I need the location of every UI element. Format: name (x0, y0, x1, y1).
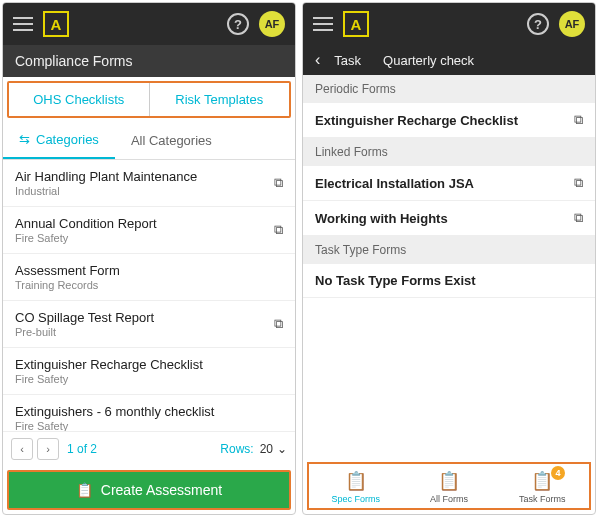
section-header: Task Type Forms (303, 236, 595, 264)
item-sub: Fire Safety (15, 373, 283, 385)
section-header: Linked Forms (303, 138, 595, 166)
item-sub: Training Records (15, 279, 283, 291)
clipboard-icon: 📋 (76, 482, 93, 498)
list-item[interactable]: CO Spillage Test ReportPre-built⧉ (3, 301, 295, 348)
nav-item[interactable]: 📋All Forms (402, 470, 495, 504)
item-title: CO Spillage Test Report (15, 310, 274, 325)
list-item[interactable]: Extinguisher Recharge ChecklistFire Safe… (3, 348, 295, 395)
topbar: A ? AF (3, 3, 295, 45)
list-item[interactable]: Working with Heights⧉ (303, 201, 595, 236)
chevron-down-icon: ⌄ (277, 442, 287, 456)
tab-risk-templates[interactable]: Risk Templates (150, 83, 290, 116)
prev-page-button[interactable]: ‹ (11, 438, 33, 460)
left-phone: A ? AF Compliance Forms OHS Checklists R… (2, 2, 296, 515)
item-title: Extinguishers - 6 monthly checklist (15, 404, 283, 419)
rows-select[interactable]: 20 ⌄ (260, 442, 287, 456)
help-icon[interactable]: ? (527, 13, 549, 35)
create-assessment-button[interactable]: 📋 Create Assessment (7, 470, 291, 510)
item-title: Annual Condition Report (15, 216, 274, 231)
forms-list: Air Handling Plant MaintenanceIndustrial… (3, 160, 295, 431)
nav-label: All Forms (430, 494, 468, 504)
task-forms-content: Periodic FormsExtinguisher Recharge Chec… (303, 75, 595, 458)
avatar[interactable]: AF (559, 11, 585, 37)
help-icon[interactable]: ? (227, 13, 249, 35)
nav-item[interactable]: 📋Task Forms4 (496, 470, 589, 504)
pager: ‹ › 1 of 2 Rows: 20 ⌄ (3, 431, 295, 466)
item-title: Electrical Installation JSA (315, 176, 474, 191)
list-item[interactable]: Assessment FormTraining Records (3, 254, 295, 301)
list-item[interactable]: Electrical Installation JSA⧉ (303, 166, 595, 201)
open-icon[interactable]: ⧉ (574, 210, 583, 226)
menu-icon[interactable] (13, 17, 33, 31)
section-header: Periodic Forms (303, 75, 595, 103)
nav-label: Task Forms (519, 494, 566, 504)
rows-label: Rows: (220, 442, 253, 456)
page-title: Compliance Forms (3, 45, 295, 77)
app-logo: A (43, 11, 69, 37)
item-title: Air Handling Plant Maintenance (15, 169, 274, 184)
clipboard-icon: 📋 (345, 470, 367, 492)
bottom-nav: 📋Spec Forms📋All Forms📋Task Forms4 (307, 462, 591, 510)
back-icon[interactable]: ‹ (315, 51, 320, 69)
item-title: Extinguisher Recharge Checklist (15, 357, 283, 372)
nav-label: Spec Forms (331, 494, 380, 504)
next-page-button[interactable]: › (37, 438, 59, 460)
open-icon[interactable]: ⧉ (274, 175, 283, 191)
list-item[interactable]: Annual Condition ReportFire Safety⧉ (3, 207, 295, 254)
task-name: Quarterly check (383, 53, 474, 68)
item-title: Extinguisher Recharge Checklist (315, 113, 518, 128)
filter-all-categories[interactable]: All Categories (115, 122, 228, 159)
create-label: Create Assessment (101, 482, 222, 498)
item-title: Assessment Form (15, 263, 283, 278)
app-logo: A (343, 11, 369, 37)
segmented-tabs: OHS Checklists Risk Templates (7, 81, 291, 118)
open-icon[interactable]: ⧉ (274, 222, 283, 238)
right-phone: A ? AF ‹ Task Quarterly check Periodic F… (302, 2, 596, 515)
item-title: No Task Type Forms Exist (315, 273, 476, 288)
filter-row: ⇆ Categories All Categories (3, 122, 295, 160)
topbar: A ? AF (303, 3, 595, 45)
clipboard-icon: 📋 (438, 470, 460, 492)
filter-categories[interactable]: ⇆ Categories (3, 122, 115, 159)
nav-item[interactable]: 📋Spec Forms (309, 470, 402, 504)
menu-icon[interactable] (313, 17, 333, 31)
task-header: ‹ Task Quarterly check (303, 45, 595, 75)
avatar[interactable]: AF (259, 11, 285, 37)
clipboard-icon: 📋 (531, 470, 553, 492)
list-item: No Task Type Forms Exist (303, 264, 595, 298)
item-title: Working with Heights (315, 211, 448, 226)
open-icon[interactable]: ⧉ (274, 316, 283, 332)
item-sub: Fire Safety (15, 232, 274, 244)
page-position: 1 of 2 (67, 442, 97, 456)
tab-ohs-checklists[interactable]: OHS Checklists (9, 83, 150, 116)
item-sub: Industrial (15, 185, 274, 197)
item-sub: Pre-built (15, 326, 274, 338)
sort-icon: ⇆ (19, 132, 30, 147)
badge: 4 (551, 466, 565, 480)
filter-label: Categories (36, 132, 99, 147)
task-label: Task (334, 53, 361, 68)
open-icon[interactable]: ⧉ (574, 112, 583, 128)
item-sub: Fire Safety (15, 420, 283, 431)
list-item[interactable]: Air Handling Plant MaintenanceIndustrial… (3, 160, 295, 207)
list-item[interactable]: Extinguishers - 6 monthly checklistFire … (3, 395, 295, 431)
list-item[interactable]: Extinguisher Recharge Checklist⧉ (303, 103, 595, 138)
open-icon[interactable]: ⧉ (574, 175, 583, 191)
